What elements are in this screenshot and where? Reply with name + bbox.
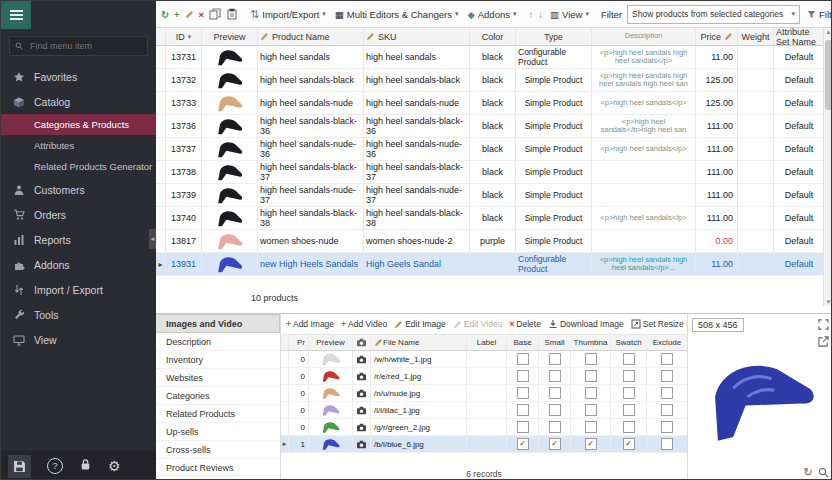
settings-gear-button[interactable]: ⚙ [108, 458, 121, 474]
scroll-up-arrow[interactable]: ▲ [826, 28, 832, 36]
checkbox-exclude[interactable] [661, 370, 673, 382]
checkbox-swatch[interactable] [623, 353, 635, 365]
sidebar-item-attributes[interactable]: Attributes [1, 135, 156, 156]
filter-dropdown[interactable]: Show products from selected categories▾ [627, 5, 800, 24]
tab-related-products[interactable]: Related Products [156, 405, 280, 423]
set-resize-rule-button[interactable]: Set Resize Rule▾ [631, 319, 687, 329]
table-row[interactable]: 13738 high heel sandals-black-37 high he… [156, 161, 824, 184]
tab-product-reviews[interactable]: Product Reviews [156, 459, 280, 477]
scroll-down-arrow[interactable]: ▼ [826, 298, 832, 306]
rotate-button[interactable]: ↻ [801, 465, 815, 479]
sidebar-item-customers[interactable]: Customers [1, 177, 156, 202]
checkbox-swatch[interactable] [623, 387, 635, 399]
checkbox-thumbnail[interactable] [585, 353, 597, 365]
table-row[interactable]: 13737 high heel sandals-nude-36 high hee… [156, 138, 824, 161]
image-row-selected[interactable]: 1 /b/l/blue_6.jpg [281, 436, 687, 453]
vertical-scrollbar[interactable]: ▲ ▼ [823, 28, 832, 306]
hamburger-menu-button[interactable] [1, 1, 31, 29]
image-row[interactable]: 0 /n/u/nude.jpg [281, 385, 687, 402]
help-button[interactable]: ? [47, 458, 63, 474]
multi-editors-menu[interactable]: ▦ Multi Editors & Changers▾ [333, 7, 461, 22]
paste-button[interactable] [226, 6, 238, 22]
sidebar-item-categories-products[interactable]: Categories & Products [1, 114, 156, 135]
checkbox-exclude[interactable] [661, 421, 673, 433]
sidebar-search[interactable] [9, 36, 148, 56]
table-row[interactable]: 13739 high heel sandals-nude-37 high hee… [156, 184, 824, 207]
grid-header[interactable]: ID▾ Preview Product Name SKU Color Type … [156, 28, 824, 46]
checkbox-swatch[interactable] [623, 438, 635, 450]
sidebar-item-view[interactable]: View [1, 327, 156, 352]
checkbox-thumbnail[interactable] [585, 387, 597, 399]
checkbox-exclude[interactable] [661, 387, 673, 399]
addons-menu[interactable]: ◆ Addons▾ [465, 7, 518, 22]
lock-button[interactable] [79, 457, 92, 475]
checkbox-base[interactable] [517, 370, 529, 382]
sort-asc-button[interactable]: ↑ [529, 6, 534, 22]
table-row[interactable]: 13733 high heel sandals-nude high heel s… [156, 92, 824, 115]
tab-cross-sells[interactable]: Cross-sells [156, 441, 280, 459]
sidebar-item-addons[interactable]: Addons [1, 252, 156, 277]
search-input[interactable] [28, 40, 142, 52]
scroll-thumb[interactable] [825, 40, 832, 110]
checkbox-base[interactable] [517, 404, 529, 416]
edit-image-button[interactable]: Edit Image [394, 319, 446, 329]
checkbox-thumbnail[interactable] [585, 421, 597, 433]
sidebar-item-reports[interactable]: Reports [1, 227, 156, 252]
copy-button[interactable] [209, 6, 221, 22]
table-row-selected[interactable]: 13931 new High Heels Sandals High Geels … [156, 253, 824, 276]
table-row[interactable]: 13732 high heel sandals-black high heel … [156, 69, 824, 92]
sidebar-collapse-handle[interactable]: ◂ [149, 229, 156, 249]
add-image-button[interactable]: +Add Image [286, 319, 334, 329]
checkbox-base[interactable] [517, 421, 529, 433]
tab-inventory[interactable]: Inventory [156, 351, 280, 369]
checkbox-small[interactable] [549, 353, 561, 365]
sort-desc-button[interactable]: ↓ [538, 6, 543, 22]
refresh-button[interactable]: ↻ [161, 6, 169, 22]
checkbox-small[interactable] [549, 421, 561, 433]
tab-categories[interactable]: Categories [156, 387, 280, 405]
sidebar-item-related-products-generator[interactable]: Related Products Generator [1, 156, 156, 177]
tab-images-and-video[interactable]: Images and Video [156, 314, 280, 333]
table-row[interactable]: 13736 high heel sandals-black-36 high he… [156, 115, 824, 138]
checkbox-thumbnail[interactable] [585, 438, 597, 450]
image-row[interactable]: 0 /w/h/white_1.jpg [281, 351, 687, 368]
checkbox-base[interactable] [517, 438, 529, 450]
checkbox-swatch[interactable] [623, 404, 635, 416]
delete-button[interactable]: × [199, 6, 205, 22]
checkbox-thumbnail[interactable] [585, 370, 597, 382]
download-image-button[interactable]: Download Image [548, 319, 624, 329]
checkbox-small[interactable] [549, 370, 561, 382]
filters-button[interactable]: Filters▾ [805, 7, 832, 22]
checkbox-base[interactable] [517, 387, 529, 399]
checkbox-small[interactable] [549, 438, 561, 450]
images-grid-header[interactable]: Pr Preview File Name Label Base Small Th… [281, 335, 687, 351]
tab-description[interactable]: Description [156, 333, 280, 351]
table-row[interactable]: 13731 high heel sandals high heel sandal… [156, 46, 824, 69]
sidebar-item-catalog[interactable]: Catalog [1, 89, 156, 114]
image-row[interactable]: 0 /r/e/red_1.jpg [281, 368, 687, 385]
tab-up-sells[interactable]: Up-sells [156, 423, 280, 441]
checkbox-swatch[interactable] [623, 421, 635, 433]
sidebar-item-import-export[interactable]: Import / Export [1, 277, 156, 302]
image-row[interactable]: 0 /l/i/lilac_1.jpg [281, 402, 687, 419]
checkbox-thumbnail[interactable] [585, 404, 597, 416]
table-row[interactable]: 13817 women shoes-nude women shoes-nude-… [156, 230, 824, 253]
image-row[interactable]: 0 /g/r/green_2.jpg [281, 419, 687, 436]
open-external-button[interactable] [816, 334, 830, 348]
table-row[interactable]: 13740 high heel sandals-black-38 high he… [156, 207, 824, 230]
edit-video-button[interactable]: Edit Video [453, 319, 503, 329]
zoom-button[interactable] [816, 465, 830, 479]
add-product-button[interactable]: + [174, 6, 180, 22]
delete-image-button[interactable]: ×Delete [509, 319, 541, 329]
edit-button[interactable] [185, 6, 194, 22]
add-video-button[interactable]: +Add Video [341, 319, 387, 329]
checkbox-exclude[interactable] [661, 404, 673, 416]
checkbox-exclude[interactable] [661, 353, 673, 365]
sidebar-item-favorites[interactable]: Favorites [1, 64, 156, 89]
tab-websites[interactable]: Websites [156, 369, 280, 387]
sidebar-item-tools[interactable]: Tools [1, 302, 156, 327]
checkbox-exclude[interactable] [661, 438, 673, 450]
archive-button[interactable] [8, 455, 31, 478]
checkbox-base[interactable] [517, 353, 529, 365]
checkbox-swatch[interactable] [623, 370, 635, 382]
